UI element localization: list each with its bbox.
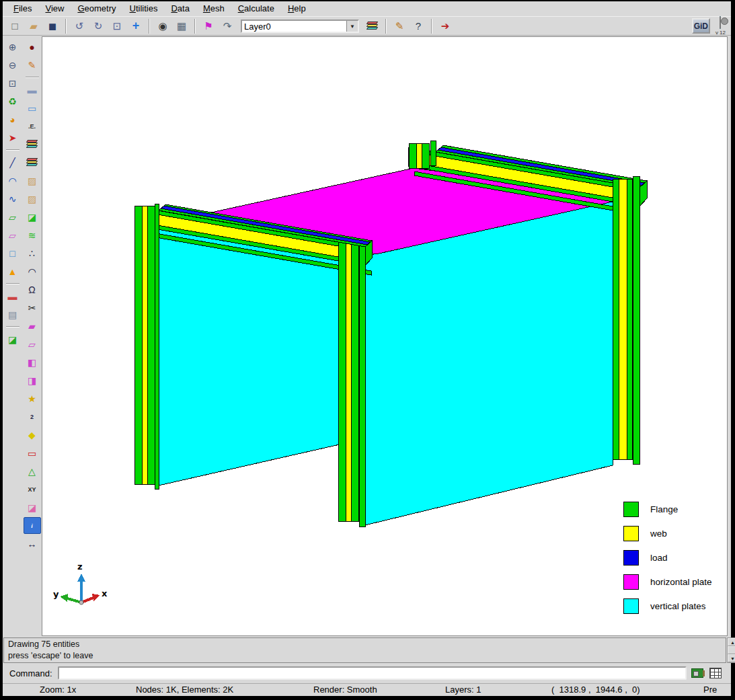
zoom-in-icon[interactable]: ⊕ bbox=[4, 38, 22, 55]
surface-pink2-icon[interactable]: ▱ bbox=[24, 336, 41, 352]
surface-eraser-icon[interactable]: ◪ bbox=[24, 499, 41, 516]
sidebar-separator bbox=[6, 283, 20, 284]
redraw-icon[interactable]: ♻ bbox=[4, 93, 22, 110]
page-turn-icon[interactable]: ↷ bbox=[219, 17, 236, 34]
new-project-icon[interactable]: □ bbox=[6, 17, 24, 34]
scroll-up-icon[interactable]: ▲ bbox=[728, 638, 735, 646]
dimension-line-icon[interactable]: ↔ bbox=[24, 535, 41, 552]
render-rotate-icon[interactable]: ◕ bbox=[4, 111, 22, 128]
column-back-left[interactable] bbox=[409, 141, 436, 168]
label-entities-icon[interactable]: .E. bbox=[24, 118, 41, 134]
status-bar: Zoom: 1x Nodes: 1K, Elements: 2K Render:… bbox=[3, 683, 731, 696]
menu-mesh[interactable]: Mesh bbox=[196, 2, 231, 15]
snapshot-icon[interactable]: ◉ bbox=[154, 17, 171, 34]
status-render[interactable]: Render: Smooth bbox=[313, 685, 377, 695]
menu-data[interactable]: Data bbox=[164, 2, 196, 15]
message-line1: Drawing 75 entities bbox=[8, 639, 722, 650]
message-line2: press 'escape' to leave bbox=[8, 650, 722, 662]
help-icon[interactable]: ? bbox=[410, 17, 427, 34]
zoom-frame-icon[interactable]: ⊡ bbox=[4, 75, 22, 91]
pan-icon[interactable]: + bbox=[127, 17, 145, 34]
status-zoom: Zoom: 1x bbox=[40, 685, 76, 695]
zoom-out-icon[interactable]: ↻ bbox=[89, 17, 107, 34]
toolbar-separator bbox=[194, 19, 196, 34]
hardware-chip-icon[interactable] bbox=[690, 666, 705, 680]
pointer-arrow-icon[interactable]: ➤ bbox=[4, 129, 22, 146]
surface-green-icon[interactable]: ◪ bbox=[24, 208, 41, 225]
message-scrollbar[interactable]: ▲ ▼ bbox=[727, 637, 735, 663]
eraser-icon[interactable]: ▬ bbox=[24, 81, 41, 98]
curve-loop-icon[interactable]: Ω bbox=[24, 281, 41, 298]
grid-mesh-icon[interactable] bbox=[708, 666, 723, 680]
scroll-down-icon[interactable]: ▼ bbox=[728, 654, 735, 662]
chevron-down-icon[interactable]: ▼ bbox=[346, 21, 358, 32]
info-icon[interactable]: i bbox=[24, 517, 41, 534]
surface-fold-icon[interactable]: ◪ bbox=[4, 331, 22, 348]
print-icon[interactable]: ▦ bbox=[173, 17, 190, 34]
drawing-canvas[interactable]: z y x Flangewebloadhorizontal plateverti… bbox=[42, 36, 728, 636]
column-back-right[interactable] bbox=[613, 176, 640, 464]
vertical-plate-left[interactable] bbox=[159, 229, 340, 485]
save-project-icon[interactable]: ◼ bbox=[44, 17, 61, 34]
column-front-left[interactable] bbox=[134, 204, 159, 489]
layers-icon[interactable] bbox=[364, 17, 381, 34]
surface-pink4-icon[interactable]: ◨ bbox=[24, 372, 41, 389]
command-input[interactable] bbox=[58, 666, 687, 680]
curve-points-icon[interactable]: ◠ bbox=[24, 263, 41, 280]
ruler-triangle-icon[interactable]: △ bbox=[24, 463, 41, 479]
menu-view[interactable]: View bbox=[38, 2, 71, 15]
gid-logo[interactable]: GiD bbox=[692, 18, 710, 34]
layers-stack2-icon[interactable] bbox=[24, 154, 41, 171]
folder2-icon[interactable]: ▨ bbox=[24, 190, 41, 207]
legend-label: web bbox=[650, 529, 667, 539]
menu-utilities[interactable]: Utilities bbox=[123, 2, 165, 15]
create-spline-icon[interactable]: ∿ bbox=[4, 190, 22, 207]
surface-waves-icon[interactable]: ≋ bbox=[24, 227, 41, 243]
layer-combobox[interactable]: Layer0▼ bbox=[241, 20, 359, 33]
record-dot-icon[interactable]: ● bbox=[24, 38, 41, 55]
create-nurbs-surface-icon[interactable]: ▱ bbox=[4, 227, 22, 243]
zoom-frame-icon[interactable]: ⊡ bbox=[108, 17, 126, 34]
axis-triad-icon: z y x bbox=[53, 561, 108, 605]
quad-red-icon[interactable]: ▭ bbox=[24, 444, 41, 461]
surface-pink1-icon[interactable]: ▰ bbox=[24, 317, 41, 334]
legend-color-swatch bbox=[623, 550, 639, 566]
create-polyline-icon[interactable]: ▱ bbox=[4, 208, 22, 225]
open-project-icon[interactable]: ▰ bbox=[25, 17, 42, 34]
menu-files[interactable]: Files bbox=[7, 2, 38, 15]
menu-calculate[interactable]: Calculate bbox=[231, 2, 281, 15]
status-mode[interactable]: Pre bbox=[703, 685, 717, 695]
legend-item: horizontal plate bbox=[623, 570, 712, 594]
xy-axes-icon[interactable]: XY bbox=[24, 481, 41, 498]
create-arc-icon[interactable]: ◠ bbox=[4, 172, 22, 189]
exit-icon[interactable]: ➔ bbox=[436, 17, 454, 34]
scissors-icon[interactable]: ✂ bbox=[24, 299, 41, 316]
theme-toggle[interactable] bbox=[720, 16, 721, 29]
toolbar-separator bbox=[65, 19, 67, 34]
create-line-icon[interactable]: ╱ bbox=[4, 154, 22, 171]
contour-fill-icon[interactable]: ⚑ bbox=[200, 17, 217, 34]
notepad-edit-icon[interactable]: ✎ bbox=[24, 56, 41, 73]
delete-icon[interactable]: ▬ bbox=[4, 288, 22, 305]
layer-combobox-value[interactable]: Layer0 bbox=[242, 21, 346, 32]
zoom-out-icon[interactable]: ⊖ bbox=[4, 56, 22, 73]
select-box-icon[interactable]: ▭ bbox=[24, 100, 41, 116]
surface-pink3-icon[interactable]: ◧ bbox=[24, 354, 41, 371]
zoom-in-icon[interactable]: ↺ bbox=[71, 17, 88, 34]
points-segments-icon[interactable]: ∴ bbox=[24, 245, 41, 262]
toolbar-separator bbox=[385, 19, 387, 34]
menu-geometry[interactable]: Geometry bbox=[71, 2, 122, 15]
create-object-box-icon[interactable]: □ bbox=[4, 245, 22, 262]
quads-yellow-icon[interactable]: ◆ bbox=[24, 426, 41, 443]
column-front-right[interactable] bbox=[338, 239, 365, 527]
renumber-icon[interactable]: 2 bbox=[24, 408, 41, 425]
folder-icon[interactable]: ▨ bbox=[24, 172, 41, 189]
create-primitives-icon[interactable]: ▲ bbox=[4, 263, 22, 280]
status-layers[interactable]: Layers: 1 bbox=[445, 685, 481, 695]
star-points-icon[interactable]: ★ bbox=[24, 390, 41, 407]
menu-help[interactable]: Help bbox=[281, 2, 313, 15]
scroll-thumb[interactable] bbox=[728, 646, 735, 654]
layers-stack-icon[interactable] bbox=[24, 136, 41, 153]
comments-icon[interactable]: ✎ bbox=[391, 17, 408, 34]
page-clip-icon[interactable]: ▤ bbox=[4, 306, 22, 323]
